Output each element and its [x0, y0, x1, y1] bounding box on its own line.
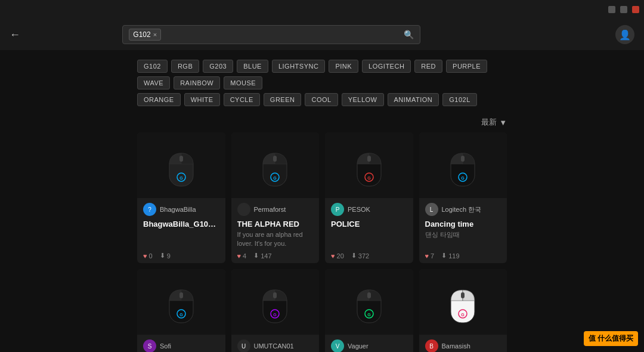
watermark: 值 什么值得买 [584, 331, 638, 346]
card-image: G [231, 132, 320, 198]
svg-rect-5 [273, 156, 277, 162]
sort-button[interactable]: 最新 ▼ [481, 117, 507, 128]
downloads-stat: ⬇ 9 [160, 252, 171, 260]
user-avatar[interactable]: 👤 [615, 25, 634, 44]
search-tag-g102[interactable]: G102 × [129, 29, 161, 41]
tags-section: G102RGBG203BLUELIGHTSYNCPINKLOGITECHREDP… [0, 50, 644, 115]
card-stats: ♥ 0 ⬇ 9 [143, 252, 219, 260]
sort-label: 最新 [481, 117, 497, 128]
card-author: V Vaguer [331, 339, 407, 352]
maximize-btn[interactable] [620, 6, 627, 13]
download-icon: ⬇ [253, 252, 259, 260]
author-avatar: L [425, 203, 438, 216]
card-title: POLICE [331, 220, 407, 229]
card-image: G [137, 269, 225, 335]
svg-rect-25 [367, 292, 371, 298]
downloads-count: 9 [167, 252, 171, 260]
tag-yellow[interactable]: YELLOW [342, 93, 384, 106]
card-desc [331, 230, 407, 248]
heart-icon: ♥ [331, 252, 335, 260]
search-tag-close-icon[interactable]: × [153, 31, 157, 38]
likes-count: 7 [431, 252, 434, 260]
download-icon: ⬇ [441, 252, 447, 260]
svg-text:G: G [274, 313, 277, 317]
author-name: PESOK [348, 206, 370, 213]
card-body: P PESOK POLICE ♥ 20 ⬇ 372 [325, 198, 413, 263]
card-stats: ♥ 20 ⬇ 372 [331, 252, 407, 260]
tag-logitech[interactable]: LOGITECH [362, 60, 411, 73]
tag-blue[interactable]: BLUE [237, 60, 268, 73]
tag-pink[interactable]: PINK [329, 60, 358, 73]
tag-g102[interactable]: G102 [137, 60, 168, 73]
tag-cycle[interactable]: CYCLE [224, 93, 260, 106]
tag-rgb[interactable]: RGB [171, 60, 199, 73]
card-image: G [137, 132, 225, 198]
card-title: BhagwaBilla_G102 Pre... [143, 220, 219, 229]
card-8[interactable]: G B Bamasish Pink Play ♥ 11 ⬇ 354 [419, 269, 507, 352]
svg-rect-21 [273, 292, 277, 298]
search-icon[interactable]: 🔍 [404, 30, 414, 39]
card-6[interactable]: G U UMUTCAN01 Blue to pink wave Very nic… [231, 269, 320, 352]
tag-orange[interactable]: ORANGE [137, 93, 181, 106]
tag-rainbow[interactable]: RAINBOW [174, 76, 220, 89]
card-stats: ♥ 7 ⬇ 119 [425, 252, 501, 260]
author-avatar: B [425, 339, 438, 352]
card-3[interactable]: G P PESOK POLICE ♥ 20 ⬇ 372 [325, 132, 413, 263]
likes-count: 4 [243, 252, 246, 260]
downloads-stat: ⬇ 147 [253, 252, 271, 260]
card-4[interactable]: G L Logitech 한국 Dancing time 댄싱 타임때 ♥ 7 … [419, 132, 507, 263]
card-body: V Vaguer Banality Banality. ♥ 23 ⬇ 1.1K [325, 335, 413, 352]
minimize-btn[interactable] [608, 6, 615, 13]
download-icon: ⬇ [351, 252, 357, 260]
author-avatar: ? [143, 203, 156, 216]
card-author: U UMUTCAN01 [237, 339, 314, 352]
header: ← G102 × 🔍 👤 [0, 19, 644, 50]
card-desc: 댄싱 타임때 [425, 230, 501, 248]
svg-text:G: G [179, 176, 183, 180]
tag-cool[interactable]: COOL [305, 93, 338, 106]
svg-rect-29 [461, 292, 465, 298]
card-7[interactable]: G V Vaguer Banality Banality. ♥ 23 ⬇ 1.1… [325, 269, 413, 352]
card-1[interactable]: G ? BhagwaBilla BhagwaBilla_G102 Pre... … [137, 132, 225, 263]
tag-green[interactable]: GREEN [264, 93, 302, 106]
svg-text:G: G [462, 313, 465, 317]
tag-g203[interactable]: G203 [203, 60, 233, 73]
card-body: B Bamasish Pink Play ♥ 11 ⬇ 354 [419, 335, 507, 352]
svg-rect-17 [179, 292, 183, 298]
likes-stat: ♥ 20 [331, 252, 344, 260]
close-btn[interactable] [632, 6, 639, 13]
author-avatar: V [331, 339, 344, 352]
search-bar[interactable]: G102 × 🔍 [122, 25, 420, 44]
tag-lightsync[interactable]: LIGHTSYNC [272, 60, 325, 73]
svg-text:G: G [367, 176, 371, 180]
heart-icon: ♥ [143, 252, 147, 260]
author-name: UMUTCAN01 [254, 342, 294, 350]
card-desc [143, 230, 219, 248]
back-button[interactable]: ← [10, 29, 20, 41]
card-image: G [325, 132, 413, 198]
tag-wave[interactable]: WAVE [137, 76, 170, 89]
card-desc: If you are an alpha red lover. It's for … [237, 230, 314, 248]
card-5[interactable]: G S Sofi romantic light I'm very bored, … [137, 269, 225, 352]
card-author: S Sofi [143, 339, 219, 352]
tag-g102l[interactable]: G102L [442, 93, 477, 106]
likes-stat: ♥ 4 [237, 252, 247, 260]
tag-white[interactable]: WHITE [184, 93, 220, 106]
card-title: THE ALPHA RED [237, 220, 314, 229]
heart-icon: ♥ [237, 252, 242, 260]
card-image: G [419, 132, 507, 198]
tag-purple[interactable]: PURPLE [446, 60, 487, 73]
tag-mouse[interactable]: MOUSE [224, 76, 262, 89]
downloads-count: 119 [448, 252, 459, 260]
sort-arrow-icon: ▼ [499, 118, 507, 127]
downloads-count: 147 [261, 252, 271, 260]
card-image: G [419, 269, 507, 335]
card-2[interactable]: G Permaforst THE ALPHA RED If you are an… [231, 132, 320, 263]
likes-stat: ♥ 0 [143, 252, 153, 260]
tag-red[interactable]: RED [414, 60, 442, 73]
card-title: Dancing time [425, 220, 501, 229]
svg-text:G: G [274, 176, 277, 180]
tag-animation[interactable]: ANIMATION [388, 93, 439, 106]
svg-rect-9 [367, 156, 371, 162]
tags-row-2: ORANGEWHITECYCLEGREENCOOLYELLOWANIMATION… [137, 93, 507, 106]
